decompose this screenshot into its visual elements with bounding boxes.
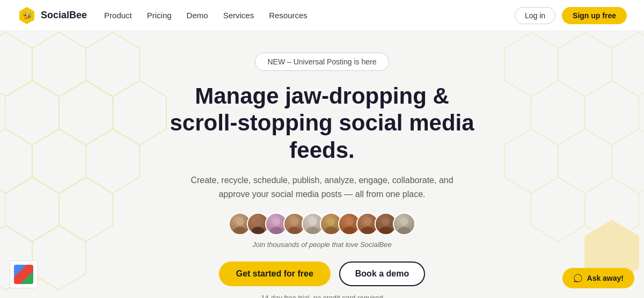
recaptcha-icon bbox=[14, 265, 33, 284]
logo[interactable]: 🐝 SocialBee bbox=[17, 6, 87, 25]
get-started-button[interactable]: Get started for free bbox=[219, 261, 331, 286]
cta-row: Get started for free Book a demo bbox=[219, 261, 426, 286]
svg-point-29 bbox=[252, 227, 265, 235]
nav-services[interactable]: Services bbox=[223, 11, 254, 20]
svg-point-35 bbox=[306, 227, 319, 235]
navbar: 🐝 SocialBee Product Pricing Demo Service… bbox=[0, 0, 644, 31]
svg-point-45 bbox=[398, 227, 411, 235]
hero-section: NEW – Universal Posting is here Manage j… bbox=[0, 31, 644, 298]
chat-icon bbox=[573, 273, 583, 283]
svg-point-27 bbox=[233, 227, 246, 235]
svg-point-26 bbox=[236, 218, 244, 226]
svg-point-43 bbox=[379, 227, 392, 235]
trial-text: 14-day free trial, no credit card requir… bbox=[261, 294, 383, 298]
svg-point-33 bbox=[288, 227, 301, 235]
svg-point-39 bbox=[343, 227, 356, 235]
nav-resources[interactable]: Resources bbox=[269, 11, 308, 20]
nav-actions: Log in Sign up free bbox=[515, 7, 627, 24]
svg-point-37 bbox=[325, 227, 338, 235]
hero-subtitle: Create, recycle, schedule, publish, anal… bbox=[188, 173, 456, 201]
avatars-row bbox=[229, 213, 415, 235]
svg-point-28 bbox=[254, 218, 262, 226]
nav-links: Product Pricing Demo Services Resources bbox=[104, 11, 515, 20]
signup-button[interactable]: Sign up free bbox=[562, 7, 627, 24]
svg-point-32 bbox=[291, 218, 298, 226]
chat-label: Ask away! bbox=[587, 274, 624, 282]
login-button[interactable]: Log in bbox=[515, 7, 555, 24]
svg-point-30 bbox=[273, 218, 280, 226]
recaptcha-widget[interactable] bbox=[10, 260, 38, 288]
hero-title: Manage jaw-dropping & scroll-stopping so… bbox=[161, 83, 483, 164]
svg-text:🐝: 🐝 bbox=[23, 11, 32, 20]
chat-widget[interactable]: Ask away! bbox=[562, 268, 634, 288]
svg-point-38 bbox=[346, 218, 353, 226]
nav-product[interactable]: Product bbox=[104, 11, 132, 20]
svg-point-41 bbox=[361, 227, 374, 235]
svg-point-44 bbox=[400, 218, 408, 226]
svg-point-36 bbox=[327, 218, 335, 226]
svg-point-42 bbox=[382, 218, 390, 226]
svg-point-40 bbox=[364, 218, 371, 226]
logo-icon: 🐝 bbox=[17, 6, 36, 25]
nav-demo[interactable]: Demo bbox=[187, 11, 208, 20]
avatar-caption: Join thousands of people that love Socia… bbox=[252, 241, 391, 249]
svg-point-34 bbox=[309, 218, 317, 226]
avatar bbox=[393, 213, 415, 235]
announcement-badge[interactable]: NEW – Universal Posting is here bbox=[255, 53, 389, 71]
logo-text: SocialBee bbox=[41, 10, 87, 21]
svg-point-31 bbox=[270, 227, 283, 235]
nav-pricing[interactable]: Pricing bbox=[147, 11, 172, 20]
book-demo-button[interactable]: Book a demo bbox=[339, 261, 425, 286]
